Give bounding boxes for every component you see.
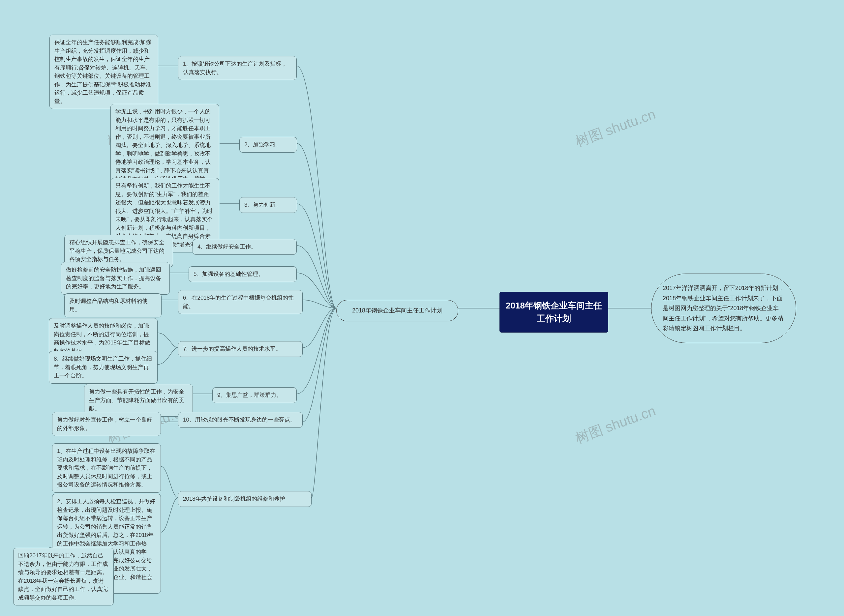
item-5-leaf-1-text: 做好检修前的安全防护措施，加强巡回检查制度的监督与落实工作，提高设备的完好率，更… <box>66 267 161 290</box>
item-10[interactable]: 10、用敏锐的眼光不断发现身边的一些亮点。 <box>178 412 302 428</box>
item-7-leaf-1-text: 及时调整操作人员的技能和岗位，加强岗位责任制，不断的进行岗位培训，提高操作技术水… <box>54 323 150 354</box>
item-9-label: 9、集思广益，群策群力。 <box>217 392 282 398</box>
item-6-leaf-1[interactable]: 及时调整产品结构和原材料的使用。 <box>64 293 161 317</box>
watermark: 树图 shutu.cn <box>573 402 658 447</box>
maintenance-leaf-1-text: 1、在生产过程中设备出现的故障争取在班内及时处理和维修，根据不同的产品要求和需求… <box>57 448 155 488</box>
item-5[interactable]: 5、加强设备的基础性管理。 <box>189 266 297 282</box>
intro-node[interactable]: 2017年洋洋洒洒离开，留下2018年的新计划，2018年钢铁企业车间主任工作计… <box>651 274 796 343</box>
maintenance-leaf-1[interactable]: 1、在生产过程中设备出现的故障争取在班内及时处理和维修，根据不同的产品要求和需求… <box>52 443 161 493</box>
item-9-leaf-1-text: 努力做一些具有开拓性的工作，为安全生产方面、节能降耗方面做出应有的贡献。 <box>89 389 184 412</box>
item-2[interactable]: 2、加强学习。 <box>239 137 297 153</box>
item-4[interactable]: 4、继续做好安全工作。 <box>192 239 297 255</box>
root-node[interactable]: 2018年钢铁企业车间主任工作计划 <box>499 292 608 333</box>
item-7-leaf-2[interactable]: 8、继续做好现场文明生产工作，抓住细节，着眼死角，努力使现场文明生产再上一个台阶… <box>49 351 158 384</box>
item-10-leaf-1[interactable]: 努力做好对外宣传工作，树立一个良好的外部形象。 <box>52 412 161 436</box>
item-4-leaf-1-text: 精心组织开展隐患排查工作，确保安全平稳生产，保质保量地完成公司下达的各项安全指标… <box>69 239 164 263</box>
item-1[interactable]: 1、按照钢铁公司下达的生产计划及指标，认真落实执行。 <box>178 56 297 80</box>
item-3-label: 3、努力创新。 <box>244 202 281 208</box>
item-10-leaf-1-text: 努力做好对外宣传工作，树立一个良好的外部形象。 <box>57 417 152 431</box>
item-3[interactable]: 3、努力创新。 <box>239 197 297 213</box>
item-7-leaf-2-text: 8、继续做好现场文明生产工作，抓住细节，着眼死角，努力使现场文明生产再上一个台阶… <box>54 356 152 379</box>
item-1-leaf-1-text: 保证全年的生产任务能够顺利完成:加强生产组织，充分发挥调度作用，减少和控制生产事… <box>54 39 151 104</box>
intro-text: 2017年洋洋洒洒离开，留下2018年的新计划，2018年钢铁企业车间主任工作计… <box>663 285 784 331</box>
root-title: 2018年钢铁企业车间主任工作计划 <box>506 301 602 323</box>
maintenance-title: 2018年共挤设备和制袋机组的维修和养护 <box>183 496 285 502</box>
closing-node[interactable]: 回顾2017年以来的工作，虽然自己不遗余力，但由于能力有限，工作成绩与领导的要求… <box>13 548 114 606</box>
item-6[interactable]: 6、在2018年的生产过程中根据每台机组的性能。 <box>178 290 302 314</box>
item-4-label: 4、继续做好安全工作。 <box>198 243 257 250</box>
item-7[interactable]: 7、进一步的提高操作人员的技术水平。 <box>178 341 302 357</box>
item-1-label: 1、按照钢铁公司下达的生产计划及指标，认真落实执行。 <box>183 61 287 75</box>
item-2-label: 2、加强学习。 <box>244 141 281 148</box>
item-9-leaf-1[interactable]: 努力做一些具有开拓性的工作，为安全生产方面、节能降耗方面做出应有的贡献。 <box>84 384 193 417</box>
item-6-leaf-1-text: 及时调整产品结构和原材料的使用。 <box>69 298 148 313</box>
secondary-node[interactable]: 2018年钢铁企业车间主任工作计划 <box>336 300 458 321</box>
item-1-leaf-1[interactable]: 保证全年的生产任务能够顺利完成:加强生产组织，充分发挥调度作用，减少和控制生产事… <box>50 35 158 109</box>
closing-text: 回顾2017年以来的工作，虽然自己不遗余力，但由于能力有限，工作成绩与领导的要求… <box>18 552 108 601</box>
secondary-title: 2018年钢铁企业车间主任工作计划 <box>352 307 442 314</box>
item-10-label: 10、用敏锐的眼光不断发现身边的一些亮点。 <box>183 417 296 423</box>
item-6-label: 6、在2018年的生产过程中根据每台机组的性能。 <box>183 295 294 309</box>
item-5-label: 5、加强设备的基础性管理。 <box>194 271 264 277</box>
item-9[interactable]: 9、集思广益，群策群力。 <box>212 387 297 403</box>
item-7-label: 7、进一步的提高操作人员的技术水平。 <box>183 346 281 352</box>
maintenance-node[interactable]: 2018年共挤设备和制袋机组的维修和养护 <box>178 491 311 507</box>
watermark: 树图 shutu.cn <box>573 105 658 151</box>
item-5-leaf-1[interactable]: 做好检修前的安全防护措施，加强巡回检查制度的监督与落实工作，提高设备的完好率，更… <box>61 262 170 295</box>
